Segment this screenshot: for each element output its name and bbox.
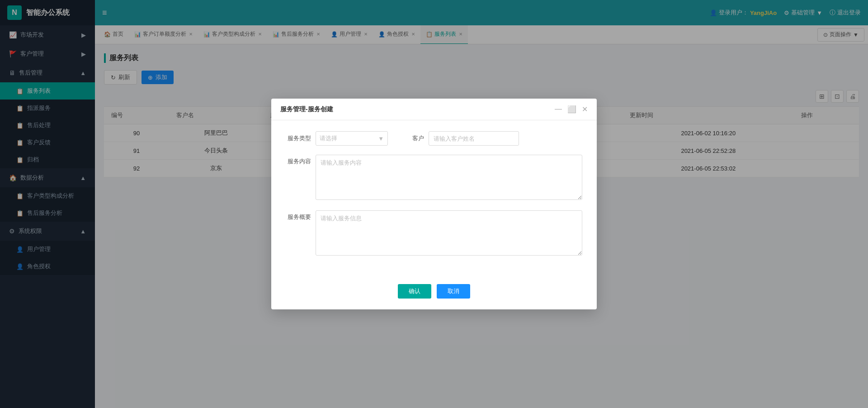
- service-type-select[interactable]: 请选择 ▼: [316, 131, 388, 146]
- service-content-wrap: [316, 155, 582, 201]
- service-content-label: 服务内容: [286, 155, 311, 166]
- modal-title: 服务管理-服务创建: [280, 105, 333, 114]
- form-row-2: 服务内容: [286, 155, 582, 201]
- cancel-button[interactable]: 取消: [437, 284, 470, 299]
- modal-body: 服务类型 请选择 ▼ 客户 服务内容: [271, 120, 597, 277]
- maximize-icon[interactable]: ⬜: [567, 105, 576, 114]
- close-icon[interactable]: ✕: [582, 105, 588, 114]
- form-group-customer: 客户: [399, 131, 519, 146]
- chevron-down-icon: ▼: [378, 135, 384, 142]
- form-row-1: 服务类型 请选择 ▼ 客户: [286, 131, 582, 146]
- modal-dialog: 服务管理-服务创建 — ⬜ ✕ 服务类型 请选择 ▼ 客户: [271, 99, 597, 309]
- form-group-service-type: 服务类型 请选择 ▼: [286, 131, 388, 146]
- minimize-icon[interactable]: —: [555, 105, 562, 114]
- service-summary-textarea[interactable]: [316, 210, 582, 256]
- form-group-content: 服务内容: [286, 155, 582, 201]
- customer-label: 客户: [399, 134, 424, 142]
- form-row-3: 服务概要: [286, 210, 582, 257]
- service-summary-wrap: [316, 210, 582, 257]
- modal-overlay: 服务管理-服务创建 — ⬜ ✕ 服务类型 请选择 ▼ 客户: [0, 0, 868, 408]
- confirm-button[interactable]: 确认: [398, 284, 431, 299]
- modal-footer: 确认 取消: [271, 277, 597, 309]
- form-group-summary: 服务概要: [286, 210, 582, 257]
- modal-header-icons: — ⬜ ✕: [555, 105, 588, 114]
- service-type-label: 服务类型: [286, 134, 311, 142]
- service-summary-label: 服务概要: [286, 210, 311, 221]
- service-content-textarea[interactable]: [316, 155, 582, 200]
- customer-input[interactable]: [429, 131, 519, 146]
- modal-header: 服务管理-服务创建 — ⬜ ✕: [271, 99, 597, 120]
